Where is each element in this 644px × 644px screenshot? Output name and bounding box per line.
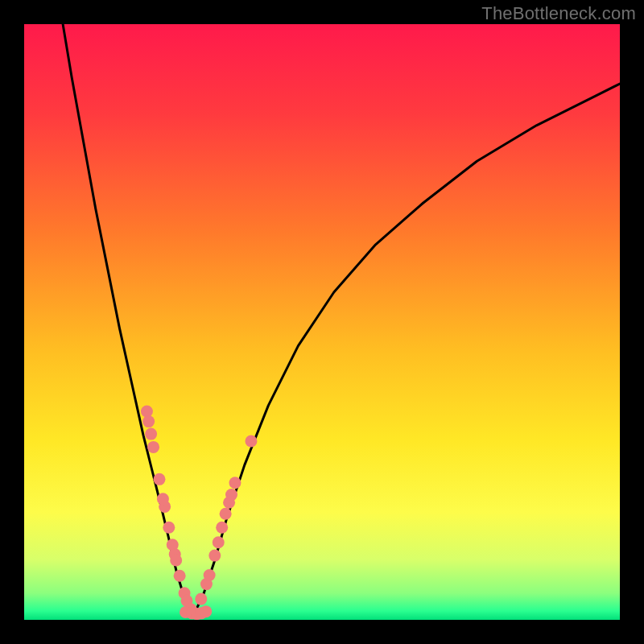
- chart-frame: [24, 24, 620, 620]
- scatter-dot: [200, 605, 212, 617]
- scatter-dot: [163, 522, 175, 534]
- scatter-dot: [213, 536, 225, 548]
- scatter-dot: [157, 493, 169, 505]
- bottleneck-chart: [24, 24, 620, 620]
- scatter-dot: [216, 522, 228, 534]
- scatter-dot: [245, 436, 257, 448]
- scatter-dot: [147, 441, 159, 453]
- scatter-dot: [153, 473, 165, 485]
- scatter-dot: [225, 489, 237, 501]
- watermark-text: TheBottleneck.com: [481, 3, 636, 24]
- scatter-dot: [229, 477, 241, 489]
- scatter-dot: [145, 428, 157, 440]
- scatter-dot: [195, 593, 207, 605]
- scatter-dot: [141, 406, 153, 418]
- scatter-dot: [142, 415, 155, 427]
- scatter-dot: [170, 555, 182, 567]
- scatter-dot: [204, 569, 216, 581]
- scatter-dot: [208, 550, 221, 562]
- scatter-dot: [220, 508, 232, 520]
- gradient-background: [24, 24, 620, 620]
- scatter-dot: [174, 570, 186, 582]
